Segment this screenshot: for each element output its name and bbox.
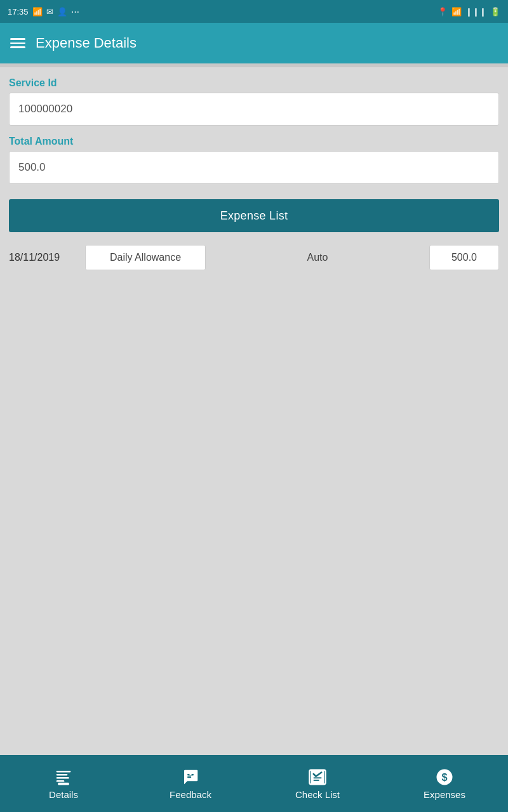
signal-icon: ❙❙❙ [465, 7, 486, 16]
status-time: 17:35 [8, 7, 29, 16]
svg-text:$: $ [441, 771, 447, 783]
expense-date: 18/11/2019 [9, 252, 79, 263]
total-amount-input[interactable] [9, 151, 499, 184]
nav-item-expenses[interactable]: $ Expenses [381, 763, 508, 805]
more-icon: ⋯ [71, 7, 79, 16]
checklist-icon [308, 768, 327, 787]
svg-point-7 [189, 773, 192, 775]
sim-icon: 📶 [32, 7, 43, 16]
nav-item-details[interactable]: Details [0, 763, 127, 805]
location-icon: 📍 [438, 7, 448, 16]
total-amount-group: Total Amount [9, 136, 499, 184]
svg-rect-6 [187, 776, 191, 778]
expense-row: 18/11/2019 Daily Allowance Auto 500.0 [9, 245, 499, 270]
nav-label-checklist: Check List [295, 789, 340, 800]
bottom-nav: Details Feedback Check List $ Expenses [0, 755, 508, 812]
expense-list-button[interactable]: Expense List [9, 199, 499, 232]
nav-label-expenses: Expenses [424, 789, 465, 800]
hamburger-menu-icon[interactable] [10, 38, 25, 48]
expense-amount: 500.0 [429, 245, 499, 270]
nav-item-checklist[interactable]: Check List [254, 763, 381, 805]
nav-label-feedback: Feedback [170, 789, 211, 800]
expense-category: Daily Allowance [85, 245, 206, 270]
svg-rect-1 [57, 774, 68, 776]
profile-icon: 👤 [57, 7, 67, 16]
total-amount-label: Total Amount [9, 136, 499, 147]
svg-rect-4 [58, 782, 69, 785]
expenses-icon: $ [435, 768, 454, 787]
expense-type: Auto [212, 252, 423, 263]
svg-rect-0 [57, 771, 71, 773]
feedback-icon [181, 768, 200, 787]
status-bar: 17:35 📶 ✉ 👤 ⋯ 📍 📶 ❙❙❙ 🔋 [0, 0, 508, 23]
wifi-icon: 📶 [451, 7, 462, 16]
status-right: 📍 📶 ❙❙❙ 🔋 [438, 7, 500, 16]
main-content: Service Id Total Amount Expense List 18/… [0, 67, 508, 755]
app-bar: Expense Details [0, 23, 508, 63]
service-id-input[interactable] [9, 93, 499, 126]
service-id-group: Service Id [9, 77, 499, 126]
service-id-label: Service Id [9, 77, 499, 89]
svg-rect-2 [57, 777, 69, 779]
details-icon [54, 768, 73, 787]
page-title: Expense Details [36, 35, 137, 51]
nav-item-feedback[interactable]: Feedback [127, 763, 254, 805]
svg-rect-3 [57, 780, 65, 782]
battery-icon: 🔋 [490, 7, 500, 16]
status-left: 17:35 📶 ✉ 👤 ⋯ [8, 7, 79, 16]
nav-label-details: Details [49, 789, 78, 800]
mail-icon: ✉ [46, 7, 53, 16]
